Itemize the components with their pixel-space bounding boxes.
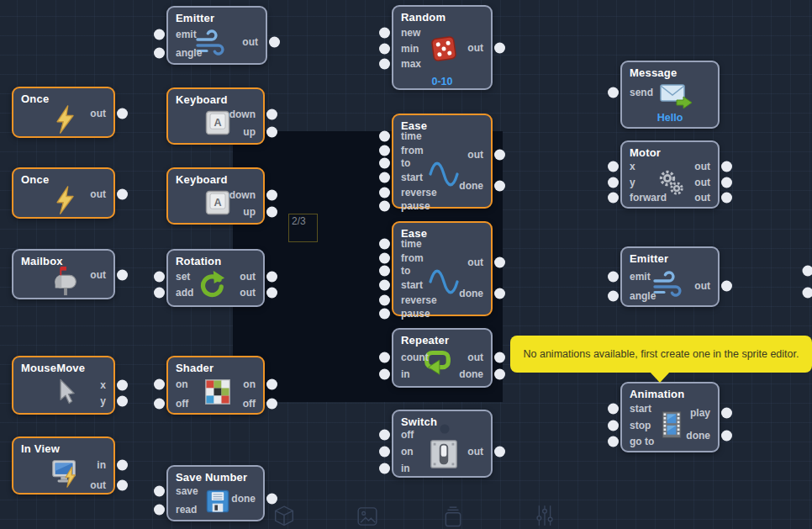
node-mailbox[interactable]: Mailboxout — [12, 249, 115, 299]
input-port[interactable] — [608, 177, 619, 188]
output-port[interactable] — [266, 379, 277, 390]
node-animation[interactable]: Animationstartstopgo toplaydone — [620, 382, 720, 452]
input-port[interactable] — [154, 399, 165, 410]
output-port[interactable] — [494, 181, 505, 192]
output-port[interactable] — [721, 281, 732, 292]
input-pin-label: time — [401, 238, 422, 250]
input-port[interactable] — [379, 266, 390, 277]
input-port[interactable] — [379, 131, 390, 142]
input-port[interactable] — [608, 291, 619, 302]
input-port[interactable] — [379, 201, 390, 212]
input-port[interactable] — [154, 48, 165, 59]
input-port[interactable] — [379, 253, 390, 264]
output-port[interactable] — [117, 108, 128, 119]
output-port[interactable] — [721, 193, 732, 204]
output-port[interactable] — [117, 380, 128, 391]
output-port[interactable] — [721, 431, 732, 442]
input-port[interactable] — [608, 272, 619, 283]
node-inview[interactable]: In Viewinout — [12, 436, 115, 495]
output-port[interactable] — [494, 43, 505, 54]
edge-port[interactable] — [803, 266, 812, 277]
toolbar-sliders-icon[interactable] — [533, 502, 556, 529]
input-port[interactable] — [379, 447, 390, 458]
input-port[interactable] — [154, 505, 165, 516]
output-port[interactable] — [494, 288, 505, 299]
input-port[interactable] — [379, 369, 390, 380]
input-port[interactable] — [154, 379, 165, 390]
palette-grid-icon — [203, 377, 233, 407]
output-port[interactable] — [494, 352, 505, 363]
input-port[interactable] — [608, 404, 619, 415]
output-port[interactable] — [117, 270, 128, 281]
input-port[interactable] — [608, 193, 619, 204]
input-port[interactable] — [379, 188, 390, 198]
input-port[interactable] — [379, 280, 390, 291]
node-once-1[interactable]: Onceout — [12, 87, 115, 138]
output-port[interactable] — [494, 257, 505, 268]
node-message[interactable]: MessageHellosend — [620, 61, 720, 129]
input-port[interactable] — [379, 59, 390, 70]
node-ease-2[interactable]: Easetimefromtostartreversepauseoutdone — [392, 221, 493, 316]
input-port[interactable] — [154, 486, 165, 497]
input-port[interactable] — [608, 87, 619, 98]
output-port[interactable] — [266, 272, 277, 283]
input-port[interactable] — [379, 430, 390, 441]
toolbar-image-icon[interactable] — [356, 504, 378, 529]
input-port[interactable] — [154, 272, 165, 283]
input-port[interactable] — [379, 44, 390, 55]
node-keyboard-2[interactable]: KeyboardAdownup — [166, 167, 265, 225]
output-port[interactable] — [266, 127, 277, 138]
svg-text:A: A — [214, 117, 221, 129]
input-port[interactable] — [379, 172, 390, 183]
output-port[interactable] — [266, 288, 277, 299]
output-port[interactable] — [117, 460, 128, 471]
node-emitter-right[interactable]: Emitteremitangleout — [620, 246, 720, 307]
output-port[interactable] — [721, 177, 732, 188]
input-port[interactable] — [379, 28, 390, 39]
output-pin-label: y — [100, 395, 106, 407]
node-emitter-top[interactable]: Emitteremitangleout — [166, 6, 267, 65]
output-port[interactable] — [721, 161, 732, 172]
node-mousemove[interactable]: MouseMovexy — [12, 356, 115, 415]
edge-port[interactable] — [803, 288, 812, 299]
node-random[interactable]: Random0-10newminmaxout — [392, 5, 493, 90]
input-port[interactable] — [154, 288, 165, 299]
output-port[interactable] — [117, 396, 128, 407]
output-port[interactable] — [117, 480, 128, 491]
output-port[interactable] — [266, 207, 277, 218]
node-switch[interactable]: Switchoffoninout — [392, 410, 493, 478]
output-port[interactable] — [117, 189, 128, 200]
node-title: In View — [21, 442, 60, 455]
toolbar-stack-icon[interactable] — [442, 504, 464, 529]
node-rotation[interactable]: Rotationsetaddoutout — [166, 249, 265, 307]
node-keyboard-1[interactable]: KeyboardAdownup — [166, 87, 265, 145]
output-port[interactable] — [494, 150, 505, 161]
node-ease-1[interactable]: Easetimefromtostartreversepauseoutdone — [392, 114, 493, 209]
input-port[interactable] — [154, 29, 165, 40]
node-motor[interactable]: Motorxyforwardoutoutout — [620, 140, 720, 209]
input-port[interactable] — [379, 145, 390, 156]
node-once-2[interactable]: Onceout — [12, 167, 115, 219]
input-port[interactable] — [379, 295, 390, 306]
node-shader[interactable]: Shaderonoffonoff — [166, 356, 265, 415]
output-port[interactable] — [266, 109, 277, 120]
output-port[interactable] — [721, 408, 732, 419]
input-port[interactable] — [379, 239, 390, 250]
node-repeater[interactable]: Repeatercountinoutdone — [392, 328, 493, 388]
node-title: Animation — [630, 388, 684, 400]
output-port[interactable] — [494, 447, 505, 458]
input-port[interactable] — [608, 161, 619, 172]
node-savenumber[interactable]: Save Numbersavereaddone — [166, 465, 265, 521]
input-port[interactable] — [379, 352, 390, 363]
output-port[interactable] — [269, 37, 280, 48]
input-port[interactable] — [379, 309, 390, 320]
input-port[interactable] — [608, 436, 619, 447]
input-port[interactable] — [379, 463, 390, 474]
output-port[interactable] — [494, 369, 505, 380]
input-port[interactable] — [379, 158, 390, 169]
output-port[interactable] — [266, 399, 277, 410]
output-port[interactable] — [266, 494, 277, 505]
output-port[interactable] — [266, 190, 277, 201]
toolbar-cube-icon[interactable] — [272, 503, 296, 529]
input-port[interactable] — [608, 421, 619, 431]
